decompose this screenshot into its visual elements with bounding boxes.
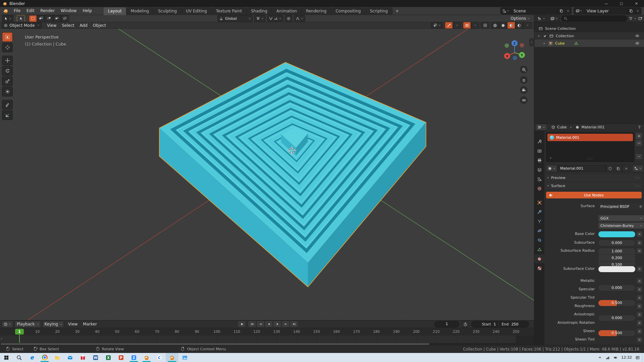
properties-tab-physics[interactable] <box>534 226 544 235</box>
timeline-menu-view[interactable]: View <box>65 321 80 327</box>
taskbar-powerpoint[interactable]: P <box>115 353 127 362</box>
play-reverse-button[interactable] <box>265 321 273 327</box>
taskbar-blender[interactable] <box>140 353 153 362</box>
outliner-row-collection[interactable]: Collection <box>534 32 644 40</box>
socket-metallic[interactable] <box>636 278 643 284</box>
properties-tab-scene[interactable] <box>534 175 544 183</box>
taskbar-blender-active[interactable] <box>166 353 178 362</box>
play-button[interactable] <box>273 321 281 327</box>
field-subsurface-color[interactable] <box>598 266 636 273</box>
camera-view-button[interactable] <box>520 86 528 94</box>
volume-icon[interactable] <box>613 355 618 360</box>
properties-tab-output[interactable] <box>534 156 544 165</box>
workspace-tab-compositing[interactable]: Compositing <box>331 7 365 15</box>
scene-copy-button[interactable] <box>557 8 565 14</box>
tool-annotate[interactable] <box>2 100 13 110</box>
view-layer-name[interactable]: View Layer <box>584 9 627 13</box>
select-mode-invert[interactable] <box>53 15 61 22</box>
transform-orientation-dropdown[interactable]: Global <box>217 15 253 22</box>
menu-edit[interactable]: Edit <box>23 7 37 15</box>
tool-cursor[interactable] <box>2 43 13 52</box>
select-mode-extend[interactable] <box>37 15 45 22</box>
breadcrumb-object[interactable]: Cube <box>557 125 567 129</box>
field-subsurface[interactable]: 0.000 <box>598 240 636 246</box>
properties-tab-data[interactable] <box>534 245 544 254</box>
select-mode-subtract[interactable] <box>45 15 53 22</box>
menu-help[interactable]: Help <box>79 7 95 15</box>
tool-move[interactable] <box>2 56 13 65</box>
preview-panel-header[interactable]: Preview:::: <box>545 174 642 181</box>
outliner-filter-dropdown[interactable] <box>629 16 637 21</box>
taskbar-c-app[interactable]: C <box>153 353 166 362</box>
tool-rotate[interactable] <box>2 66 13 76</box>
browse-material-dropdown[interactable] <box>546 165 557 172</box>
viewport-menu-select[interactable]: Select <box>59 22 77 29</box>
view-layer-selector[interactable]: View Layer <box>574 7 641 14</box>
slot-specials-dropdown[interactable] <box>635 154 642 160</box>
tweak-tool-button[interactable] <box>17 15 25 22</box>
fake-user-button[interactable] <box>606 165 614 172</box>
socket-specular-tint[interactable] <box>636 295 643 301</box>
timeline-menu-marker[interactable]: Marker <box>80 321 99 327</box>
unlink-material-button[interactable] <box>622 165 630 172</box>
menu-window[interactable]: Window <box>58 7 79 15</box>
properties-tab-constraints[interactable] <box>534 236 544 244</box>
surface-shader-dropdown[interactable]: Principled BSDF <box>598 203 644 210</box>
ortho-toggle-button[interactable] <box>520 96 528 104</box>
socket-specular[interactable] <box>636 286 643 293</box>
copy-material-button[interactable] <box>614 165 622 172</box>
properties-tab-render[interactable] <box>534 146 544 155</box>
field-base-color[interactable] <box>598 231 636 238</box>
socket-roughness[interactable] <box>636 303 643 309</box>
previous-keyframe-button[interactable] <box>256 321 265 327</box>
shading-wireframe-button[interactable] <box>491 22 499 29</box>
outliner-view-layer-dropdown[interactable] <box>548 15 560 22</box>
socket-anisotropic[interactable] <box>636 311 643 318</box>
socket-anisotropic-rotation[interactable] <box>636 320 643 326</box>
field-specular[interactable]: 0.500 <box>598 300 636 306</box>
show-overlays-toggle[interactable] <box>463 22 471 29</box>
properties-tab-material[interactable] <box>534 254 544 263</box>
cube-hide-icon[interactable] <box>635 41 640 46</box>
tool-measure[interactable] <box>2 110 13 120</box>
collection-label[interactable]: Collection <box>556 34 574 38</box>
slot-material-name[interactable]: Material.001 <box>556 135 579 140</box>
close-button[interactable]: ✕ <box>629 0 644 7</box>
outliner-display-mode-dropdown[interactable] <box>536 15 547 22</box>
shading-dropdown[interactable] <box>523 22 531 29</box>
view-layer-copy-button[interactable] <box>627 8 635 14</box>
timeline-menu-keying[interactable]: Keying <box>42 321 64 328</box>
taskbar-excel[interactable]: X <box>102 353 115 362</box>
add-slot-button[interactable] <box>635 132 642 139</box>
options-dropdown[interactable]: Options <box>511 16 530 21</box>
taskbar-word[interactable]: W <box>89 353 102 362</box>
shading-material-button[interactable] <box>507 22 515 29</box>
timeline-menu-playback[interactable]: Playback <box>14 321 41 328</box>
slot-list-grip[interactable]: :::: <box>587 157 593 160</box>
scene-unlink-button[interactable] <box>565 8 571 14</box>
workspace-tab-uv-editing[interactable]: UV Editing <box>181 7 212 15</box>
mode-dropdown[interactable]: Object Mode <box>2 22 42 29</box>
workspace-tab-texture-paint[interactable]: Texture Paint <box>212 7 247 15</box>
view-layer-remove-button[interactable] <box>635 8 641 14</box>
tool-transform[interactable] <box>2 87 13 97</box>
properties-tab-texture[interactable] <box>534 264 544 273</box>
cube-expand-icon[interactable] <box>542 42 546 45</box>
add-workspace-button[interactable]: + <box>392 7 402 15</box>
scene-collection-label[interactable]: Scene Collection <box>545 26 576 31</box>
select-mode-intersect[interactable] <box>61 15 69 22</box>
navigation-gizmo[interactable]: ZXY <box>499 38 530 68</box>
scene-type-icon[interactable] <box>501 8 511 14</box>
outliner-row-scene-collection[interactable]: Scene Collection <box>534 25 644 32</box>
collection-hide-icon[interactable] <box>635 34 640 38</box>
slot-list-expand-icon[interactable] <box>549 156 552 160</box>
workspace-tab-scripting[interactable]: Scripting <box>366 7 392 15</box>
collection-expand-icon[interactable] <box>537 34 541 38</box>
subsurface-method-dropdown[interactable]: Christensen-Burley <box>598 222 644 229</box>
socket-base-color[interactable] <box>636 231 643 237</box>
taskbar-mail[interactable] <box>64 353 76 362</box>
xray-toggle[interactable] <box>481 22 489 29</box>
viewport-menu-add[interactable]: Add <box>77 22 90 29</box>
show-gizmo-toggle[interactable] <box>445 22 453 29</box>
workspace-tab-shading[interactable]: Shading <box>247 7 272 15</box>
